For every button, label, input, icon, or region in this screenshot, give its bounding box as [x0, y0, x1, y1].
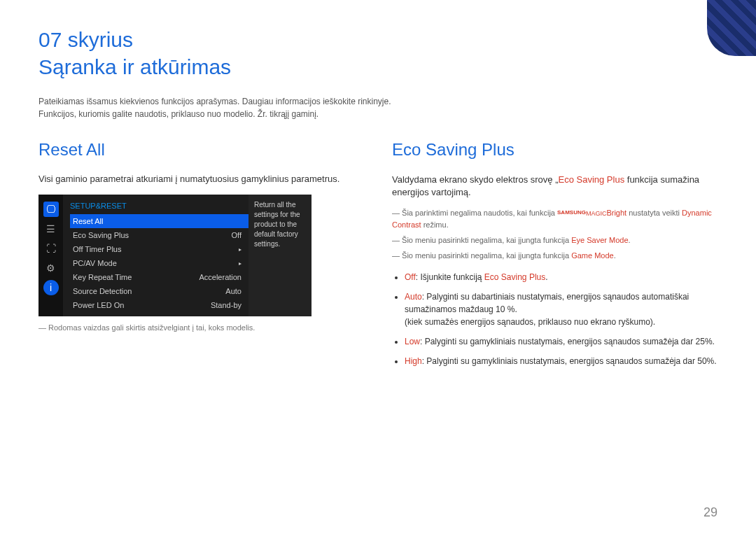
intro-line-1: Pateikiamas išsamus kiekvienos funkcijos…	[38, 97, 718, 106]
info-icon: i	[43, 280, 59, 295]
osd-row-offtimer: Off Timer Plus▸	[70, 242, 248, 256]
osd-row-pcav: PC/AV Mode▸	[70, 256, 248, 270]
list-icon: ☰	[43, 221, 59, 237]
osd-menu-header: SETUP&RESET	[70, 199, 248, 214]
osd-menu-screenshot: 🖵 ☰ ⛶ ⚙ i SETUP&RESET Reset All Eco Savi…	[38, 195, 312, 316]
page-number: 29	[704, 505, 718, 520]
eco-saving-column: Eco Saving Plus Valdydama ekrano skydo e…	[392, 140, 718, 374]
osd-menu-list: SETUP&RESET Reset All Eco Saving PlusOff…	[63, 195, 248, 316]
bullet-auto: Auto: Palyginti su dabartiniais nustatym…	[405, 290, 718, 328]
reset-footnote: Rodomas vaizdas gali skirtis atsižvelgia…	[38, 323, 364, 332]
bullet-off: Off: Išjunkite funkciją Eco Saving Plus.	[405, 271, 718, 283]
eco-note-2: Šio meniu pasirinkti negalima, kai įjung…	[392, 234, 718, 246]
eco-note-3: Šio meniu pasirinkti negalima, kai įjung…	[392, 250, 718, 261]
eco-heading: Eco Saving Plus	[392, 140, 718, 160]
osd-row-source: Source DetectionAuto	[70, 284, 248, 298]
resize-icon: ⛶	[43, 241, 59, 256]
corner-decoration	[707, 0, 756, 56]
osd-row-keyrepeat: Key Repeat TimeAcceleration	[70, 270, 248, 284]
osd-help-text: Return all the settings for the product …	[248, 195, 312, 316]
page-title: Sąranka ir atkūrimas	[38, 55, 718, 79]
reset-all-column: Reset All Visi gaminio parametrai atkuri…	[38, 140, 364, 374]
eco-note-1: Šia parinktimi negalima naudotis, kai fu…	[392, 207, 718, 230]
bullet-high: High: Palyginti su gamykliniais nustatym…	[405, 355, 718, 367]
reset-heading: Reset All	[38, 140, 364, 160]
eco-desc: Valdydama ekrano skydo elektros srovę „E…	[392, 174, 718, 199]
intro-line-2: Funkcijos, kuriomis galite naudotis, pri…	[38, 109, 718, 119]
reset-desc: Visi gaminio parametrai atkuriami į numa…	[38, 174, 364, 184]
eco-bullet-list: Off: Išjunkite funkciją Eco Saving Plus.…	[392, 271, 718, 367]
bullet-low: Low: Palyginti su gamykliniais nustatyma…	[405, 335, 718, 348]
osd-row-powerled: Power LED OnStand-by	[70, 298, 248, 312]
osd-row-reset-all: Reset All	[70, 214, 248, 228]
gear-icon: ⚙	[43, 260, 59, 276]
monitor-icon: 🖵	[43, 202, 59, 217]
osd-row-eco: Eco Saving PlusOff	[70, 228, 248, 242]
chapter-label: 07 skyrius	[38, 28, 718, 52]
osd-icon-strip: 🖵 ☰ ⛶ ⚙ i	[38, 195, 63, 316]
